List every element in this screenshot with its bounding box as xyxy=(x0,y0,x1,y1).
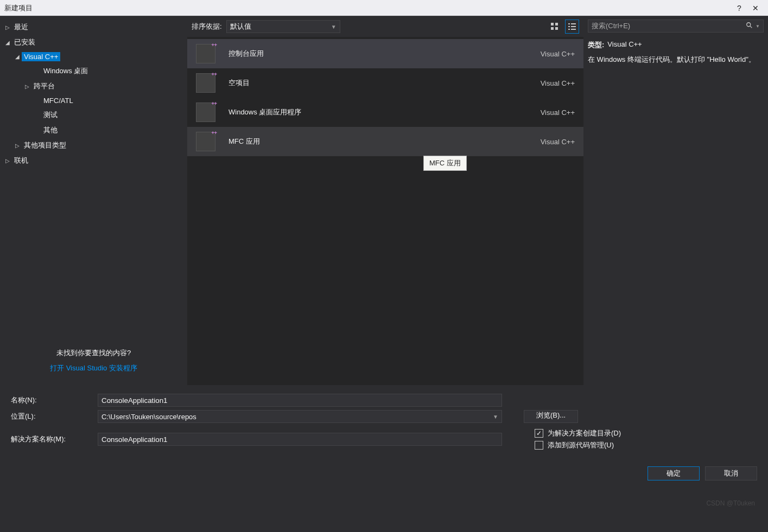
svg-rect-8 xyxy=(568,29,570,30)
template-item-mfc[interactable]: MFC 应用 Visual C++ xyxy=(187,127,583,156)
tree-item-mfcatl[interactable]: ▷MFC/ATL xyxy=(0,94,187,107)
type-value: Visual C++ xyxy=(607,40,642,50)
center-panel: 排序依据: 默认值 ▼ 控制台应用 Visual C++ 空项目 Vis xyxy=(187,16,583,385)
console-app-icon xyxy=(196,44,215,63)
chevron-down-icon[interactable]: ▼ xyxy=(756,24,760,29)
sort-dropdown[interactable]: 默认值 ▼ xyxy=(226,20,340,33)
dialog-buttons: 确定 取消 xyxy=(0,461,768,488)
template-item-empty[interactable]: 空项目 Visual C++ xyxy=(187,68,583,98)
template-lang: Visual C++ xyxy=(541,138,575,146)
browse-button[interactable]: 浏览(B)... xyxy=(524,410,578,423)
ok-button[interactable]: 确定 xyxy=(648,466,700,480)
svg-rect-2 xyxy=(551,27,554,30)
add-scc-label: 添加到源代码管理(U) xyxy=(548,440,614,450)
detail-type-row: 类型: Visual C++ xyxy=(588,40,764,50)
location-input[interactable]: C:\Users\Touken\source\repos ▼ xyxy=(98,410,502,423)
windows-app-icon xyxy=(196,102,215,122)
search-options-icon[interactable] xyxy=(746,22,753,31)
template-item-console[interactable]: 控制台应用 Visual C++ xyxy=(187,39,583,68)
tree-item-installed[interactable]: ◢已安装 xyxy=(0,35,187,50)
tree-item-online[interactable]: ▷联机 xyxy=(0,153,187,168)
chevron-down-icon: ▼ xyxy=(493,414,498,420)
sidebar: ▷最近 ◢已安装 ◢Visual C++ ▷Windows 桌面 ▷跨平台 ▷M… xyxy=(0,16,187,385)
checkbox-unchecked-icon xyxy=(535,441,543,450)
tree-item-visualcpp[interactable]: ◢Visual C++ xyxy=(0,50,187,63)
template-name: MFC 应用 xyxy=(229,137,541,146)
grid-view-button[interactable] xyxy=(548,20,562,34)
location-value: C:\Users\Touken\source\repos xyxy=(101,413,196,421)
type-label: 类型: xyxy=(588,40,604,50)
solution-name-label: 解决方案名称(M): xyxy=(11,434,92,444)
help-icon[interactable]: ? xyxy=(731,4,747,12)
tree-item-other-project-types[interactable]: ▷其他项目类型 xyxy=(0,138,187,153)
tree-item-windows-desktop[interactable]: ▷Windows 桌面 xyxy=(0,63,187,79)
close-icon[interactable]: ✕ xyxy=(747,4,764,12)
template-name: 空项目 xyxy=(229,78,541,88)
svg-rect-7 xyxy=(571,26,576,27)
location-label: 位置(L): xyxy=(11,412,92,421)
svg-rect-0 xyxy=(551,23,554,25)
list-icon xyxy=(568,23,576,30)
svg-rect-5 xyxy=(571,23,576,24)
template-name: Windows 桌面应用程序 xyxy=(229,107,541,117)
tree-item-recent[interactable]: ▷最近 xyxy=(0,20,187,35)
chevron-down-icon: ▼ xyxy=(331,24,337,30)
watermark: CSDN @T0uken xyxy=(706,499,755,507)
tree-item-test[interactable]: ▷测试 xyxy=(0,107,187,123)
template-name: 控制台应用 xyxy=(229,49,541,59)
template-lang: Visual C++ xyxy=(541,79,575,87)
list-view-button[interactable] xyxy=(565,20,579,34)
form-area: 名称(N): 位置(L): C:\Users\Touken\source\rep… xyxy=(0,385,768,461)
detail-description: 在 Windows 终端运行代码。默认打印 "Hello World"。 xyxy=(588,54,764,65)
create-dir-checkbox-row[interactable]: ✓ 为解决方案创建目录(D) xyxy=(535,428,621,438)
template-list: 控制台应用 Visual C++ 空项目 Visual C++ Windows … xyxy=(187,37,583,156)
window-title: 新建项目 xyxy=(4,3,731,13)
search-input[interactable]: 搜索(Ctrl+E) ▼ xyxy=(588,20,764,33)
name-input[interactable] xyxy=(98,394,502,407)
sort-value: 默认值 xyxy=(230,22,251,31)
category-tree: ▷最近 ◢已安装 ◢Visual C++ ▷Windows 桌面 ▷跨平台 ▷M… xyxy=(0,20,187,343)
create-dir-label: 为解决方案创建目录(D) xyxy=(548,428,621,438)
svg-rect-6 xyxy=(568,26,570,27)
cancel-button[interactable]: 取消 xyxy=(705,466,757,480)
template-lang: Visual C++ xyxy=(541,108,575,117)
add-scc-checkbox-row[interactable]: 添加到源代码管理(U) xyxy=(535,440,621,450)
checkbox-checked-icon: ✓ xyxy=(535,429,543,438)
svg-line-11 xyxy=(750,25,752,28)
template-lang: Visual C++ xyxy=(541,50,575,58)
notfound-text: 未找到你要查找的内容? xyxy=(2,348,185,358)
tooltip: MFC 应用 xyxy=(423,156,467,171)
grid-icon xyxy=(551,23,558,30)
svg-rect-4 xyxy=(568,23,570,24)
sort-label: 排序依据: xyxy=(192,22,222,31)
svg-rect-1 xyxy=(555,23,558,25)
tree-item-crossplatform[interactable]: ▷跨平台 xyxy=(0,79,187,94)
name-label: 名称(N): xyxy=(11,395,92,405)
sidebar-footer: 未找到你要查找的内容? 打开 Visual Studio 安装程序 xyxy=(0,343,187,382)
toolbar: 排序依据: 默认值 ▼ xyxy=(187,16,583,37)
svg-rect-3 xyxy=(555,27,558,30)
template-item-winapp[interactable]: Windows 桌面应用程序 Visual C++ xyxy=(187,98,583,127)
title-bar: 新建项目 ? ✕ xyxy=(0,0,768,16)
mfc-app-icon xyxy=(196,132,215,151)
tree-item-other[interactable]: ▷其他 xyxy=(0,123,187,138)
empty-project-icon xyxy=(196,73,215,93)
search-placeholder: 搜索(Ctrl+E) xyxy=(592,21,746,31)
solution-name-input[interactable] xyxy=(98,433,502,446)
svg-rect-9 xyxy=(571,29,576,30)
detail-panel: 搜索(Ctrl+E) ▼ 类型: Visual C++ 在 Windows 终端… xyxy=(583,16,768,385)
installer-link[interactable]: 打开 Visual Studio 安装程序 xyxy=(2,363,185,373)
svg-point-10 xyxy=(747,22,751,26)
